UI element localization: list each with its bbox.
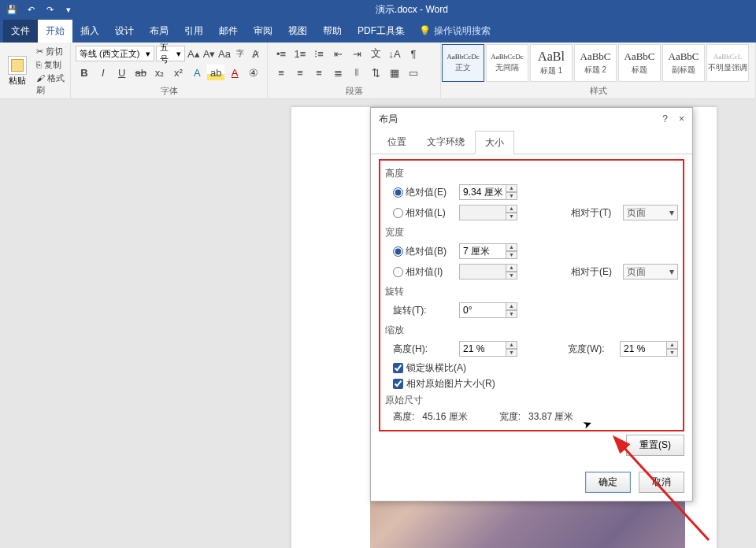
tab-position[interactable]: 位置	[377, 130, 417, 154]
menu-pdf[interactable]: PDF工具集	[350, 20, 413, 43]
relative-original-checkbox[interactable]: 相对原始图片大小(R)	[393, 377, 678, 391]
spinner-up-icon[interactable]: ▲	[506, 243, 517, 251]
menu-design[interactable]: 设计	[107, 20, 142, 43]
menu-file[interactable]: 文件	[3, 20, 38, 43]
show-marks-button[interactable]: ¶	[405, 46, 422, 61]
menu-review[interactable]: 审阅	[246, 20, 280, 43]
strikethrough-button[interactable]: ab	[132, 65, 150, 80]
font-size-select[interactable]: 五号▾	[156, 46, 185, 61]
line-spacing-button[interactable]: ⇅	[367, 65, 384, 80]
width-rel-radio[interactable]: 相对值(I)	[393, 265, 454, 279]
clear-format-button[interactable]: A̷	[248, 46, 262, 61]
menu-insert[interactable]: 插入	[72, 20, 107, 43]
scale-h-input[interactable]	[459, 341, 506, 357]
shading-button[interactable]: ▦	[386, 65, 403, 80]
style-tile[interactable]: AaBbC标题 2	[574, 44, 617, 82]
italic-button[interactable]: I	[94, 65, 112, 80]
menu-layout[interactable]: 布局	[142, 20, 176, 43]
height-abs-input[interactable]	[459, 184, 506, 200]
spinner-up-icon[interactable]: ▲	[506, 341, 517, 349]
align-left-button[interactable]: ≡	[272, 65, 290, 80]
text-effects-button[interactable]: A	[188, 65, 206, 80]
menu-mail[interactable]: 邮件	[211, 20, 246, 43]
chevron-down-icon: ▾	[669, 266, 674, 277]
scale-w-input[interactable]	[620, 341, 667, 357]
spinner-down-icon[interactable]: ▼	[667, 349, 678, 357]
style-tile[interactable]: AaBbCcDc无间隔	[486, 44, 528, 82]
superscript-button[interactable]: x²	[170, 65, 187, 80]
phonetic-guide-button[interactable]: 字	[233, 46, 247, 61]
cancel-button[interactable]: 取消	[639, 472, 684, 493]
subscript-button[interactable]: x₂	[151, 65, 169, 80]
format-painter-button[interactable]: 🖌 格式刷	[36, 72, 65, 96]
spinner-down-icon[interactable]: ▼	[506, 349, 517, 357]
tab-size[interactable]: 大小	[475, 131, 514, 154]
highlight-button[interactable]: ab	[207, 65, 224, 80]
height-relto-combo[interactable]: 页面▾	[623, 205, 678, 220]
shrink-font-button[interactable]: A▾	[202, 46, 217, 61]
spinner-up-icon[interactable]: ▲	[506, 184, 517, 192]
tab-text-wrap[interactable]: 文字环绕	[417, 130, 475, 154]
tell-me-search[interactable]: 💡 操作说明搜索	[419, 24, 491, 38]
menu-references[interactable]: 引用	[176, 20, 211, 43]
height-abs-radio[interactable]: 绝对值(E)	[393, 186, 454, 199]
style-tile[interactable]: AaBbCcDc正文	[442, 44, 484, 82]
justify-button[interactable]: ≣	[329, 65, 346, 80]
increase-indent-button[interactable]: ⇥	[348, 46, 365, 61]
spinner-up-icon[interactable]: ▲	[506, 302, 517, 310]
align-right-button[interactable]: ≡	[310, 65, 328, 80]
bullets-button[interactable]: •≡	[272, 46, 290, 61]
redo-icon[interactable]: ↷	[44, 4, 55, 15]
style-tile[interactable]: AaBbCcL不明显强调	[706, 44, 749, 82]
lock-aspect-checkbox[interactable]: 锁定纵横比(A)	[393, 361, 678, 375]
distribute-button[interactable]: ⫴	[348, 65, 365, 80]
width-abs-radio[interactable]: 绝对值(B)	[393, 245, 454, 258]
copy-button[interactable]: ⎘ 复制	[36, 59, 65, 71]
reset-button[interactable]: 重置(S)	[626, 435, 684, 456]
enclose-char-button[interactable]: ④	[245, 65, 262, 80]
spinner-down-icon[interactable]: ▼	[506, 310, 517, 318]
spinner-down-icon[interactable]: ▼	[506, 251, 517, 259]
menu-home[interactable]: 开始	[38, 20, 72, 43]
decrease-indent-button[interactable]: ⇤	[329, 46, 346, 61]
ok-button[interactable]: 确定	[585, 472, 631, 493]
undo-icon[interactable]: ↶	[25, 4, 36, 15]
save-icon[interactable]: 💾	[6, 4, 17, 15]
menu-view[interactable]: 视图	[280, 20, 315, 43]
numbering-button[interactable]: 1≡	[291, 46, 309, 61]
style-preview: AaBbCcDc	[447, 53, 480, 61]
align-center-button[interactable]: ≡	[291, 65, 309, 80]
borders-button[interactable]: ▭	[405, 65, 422, 80]
font-name-select[interactable]: 等线 (西文正文)▾	[76, 46, 154, 61]
close-icon[interactable]: ×	[679, 113, 684, 124]
spinner-up-icon: ▲	[506, 205, 517, 213]
width-relto-combo[interactable]: 页面▾	[623, 264, 678, 280]
style-tile[interactable]: AaBl标题 1	[530, 44, 573, 82]
rotate-input[interactable]	[459, 302, 506, 318]
help-icon[interactable]: ?	[662, 113, 668, 124]
asian-layout-button[interactable]: 文	[367, 46, 384, 61]
font-color-button[interactable]: A	[226, 65, 243, 80]
height-relto-label: 相对于(T)	[571, 206, 618, 220]
qat-more-icon[interactable]: ▾	[63, 4, 74, 15]
grow-font-button[interactable]: A▴	[187, 46, 201, 61]
width-relto-label: 相对于(E)	[571, 265, 618, 279]
paste-icon	[8, 56, 27, 75]
style-preview: AaBbC	[624, 50, 655, 63]
bold-button[interactable]: B	[76, 65, 93, 80]
spinner-up-icon[interactable]: ▲	[667, 341, 678, 349]
width-abs-input[interactable]	[459, 243, 506, 259]
paste-button[interactable]: 粘贴	[5, 54, 30, 88]
style-tile[interactable]: AaBbC副标题	[662, 44, 705, 82]
multilevel-button[interactable]: ⁝≡	[310, 46, 328, 61]
menu-help[interactable]: 帮助	[315, 20, 350, 43]
height-rel-radio[interactable]: 相对值(L)	[393, 206, 454, 220]
underline-button[interactable]: U	[113, 65, 131, 80]
width-rel-input	[459, 264, 506, 280]
spinner-down-icon[interactable]: ▼	[506, 192, 517, 200]
sort-button[interactable]: ↓A	[386, 46, 403, 61]
change-case-button[interactable]: Aa	[217, 46, 232, 61]
cut-button[interactable]: ✂ 剪切	[36, 46, 65, 57]
style-tile[interactable]: AaBbC标题	[618, 44, 661, 82]
styles-gallery[interactable]: AaBbCcDc正文AaBbCcDc无间隔AaBl标题 1AaBbC标题 2Aa…	[441, 43, 755, 83]
